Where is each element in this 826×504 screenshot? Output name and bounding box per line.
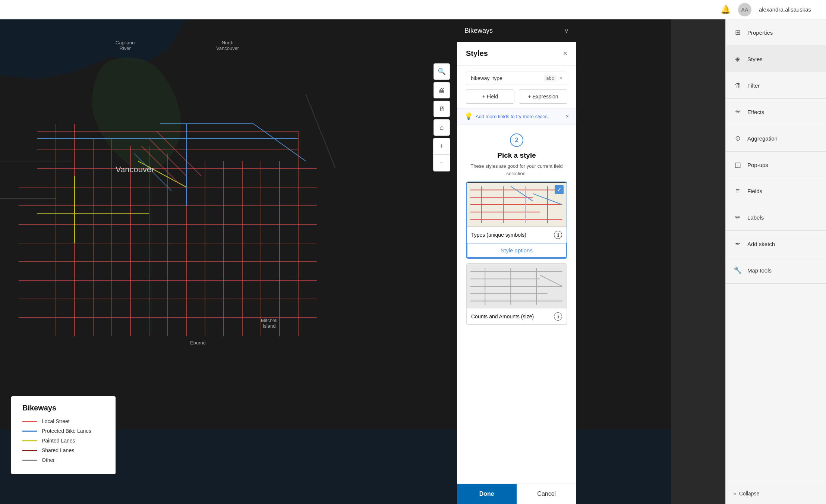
step-number: 2 [510, 133, 523, 147]
bikeways-panel[interactable]: Bikeways ∨ [457, 19, 576, 42]
selected-checkmark: ✓ [555, 185, 564, 194]
style-card-counts[interactable]: Counts and Amounts (size) ℹ [466, 263, 567, 325]
fields-icon: ≡ [733, 187, 742, 195]
styles-footer: Done Cancel [457, 483, 576, 504]
zoom-controls: + − [433, 138, 450, 171]
style-card-title-types: Types (unique symbols) [471, 232, 526, 238]
home-tool-button[interactable]: ⌂ [434, 119, 450, 136]
field-type-badge: abc [544, 75, 557, 82]
chevron-down-icon: ∨ [564, 27, 569, 34]
legend-item-shared: Shared Lanes [22, 447, 104, 453]
sidebar-label-styles: Styles [747, 56, 763, 62]
collapse-label: Collapse [739, 491, 759, 497]
legend-line-local [22, 421, 37, 422]
sidebar-item-aggregation[interactable]: ⊙ Aggregation [726, 125, 826, 152]
sidebar-label-aggregation: Aggregation [747, 135, 778, 142]
legend: Bikeways Local Street Protected Bike Lan… [11, 396, 116, 474]
sidebar-label-add-sketch: Add sketch [747, 241, 775, 247]
collapse-icon: » [733, 491, 736, 497]
legend-label-other: Other [42, 457, 55, 463]
pick-style-description: These styles are good for your current f… [466, 163, 567, 177]
tip-text: Add more fields to try more styles. [476, 114, 566, 119]
field-name: bikeway_type [471, 75, 541, 81]
style-card-map-counts [467, 264, 567, 309]
user-area: 🔔 AA alexandra.alisauskas [721, 3, 811, 16]
zoom-in-button[interactable]: + [434, 138, 450, 155]
map-tools-icon: 🔧 [733, 266, 742, 274]
legend-item-protected: Protected Bike Lanes [22, 428, 104, 434]
cancel-button[interactable]: Cancel [517, 484, 577, 504]
sidebar-item-popups[interactable]: ◫ Pop-ups [726, 152, 826, 178]
bell-icon[interactable]: 🔔 [721, 5, 731, 15]
avatar: AA [738, 3, 751, 16]
styles-header: Styles × [457, 42, 576, 66]
sidebar-item-map-tools[interactable]: 🔧 Map tools [726, 257, 826, 284]
sidebar-label-fields: Fields [747, 188, 762, 194]
sidebar-label-properties: Properties [747, 29, 773, 36]
style-card-footer-types: Types (unique symbols) ℹ [467, 227, 567, 243]
styles-panel: Styles × bikeway_type abc × + Field + Ex… [457, 42, 576, 504]
search-tool-button[interactable]: 🔍 [434, 63, 450, 80]
legend-line-painted [22, 440, 37, 441]
legend-line-protected [22, 431, 37, 432]
add-field-button[interactable]: + Field [466, 89, 514, 104]
legend-item-painted: Painted Lanes [22, 438, 104, 444]
style-options-button[interactable]: Style options [467, 243, 567, 258]
info-button-types[interactable]: ℹ [554, 231, 562, 239]
sidebar-label-popups: Pop-ups [747, 162, 768, 168]
sidebar-label-effects: Effects [747, 109, 764, 115]
sidebar-item-filter[interactable]: ⚗ Filter [726, 72, 826, 99]
legend-line-other [22, 460, 37, 461]
sidebar-item-fields[interactable]: ≡ Fields [726, 178, 826, 204]
sidebar-item-properties[interactable]: ⊞ Properties [726, 19, 826, 46]
style-card-types[interactable]: ✓ Types (unique symbols) ℹ Style options [466, 182, 567, 259]
add-expression-button[interactable]: + Expression [519, 89, 567, 104]
print-tool-button[interactable]: 🖨 [434, 82, 450, 98]
styles-icon: ◈ [733, 55, 742, 63]
style-card-footer-counts: Counts and Amounts (size) ℹ [467, 309, 567, 324]
aggregation-icon: ⊙ [733, 134, 742, 142]
legend-item-other: Other [22, 457, 104, 463]
style-card-map-types: ✓ [467, 182, 567, 227]
legend-title: Bikeways [22, 404, 104, 412]
properties-icon: ⊞ [733, 28, 742, 37]
legend-item-local: Local Street [22, 418, 104, 424]
header: 🔔 AA alexandra.alisauskas [0, 0, 826, 19]
field-remove-button[interactable]: × [559, 75, 562, 81]
map-tools-panel: 🔍 🖨 🖥 ⌂ + − [431, 41, 452, 171]
pick-style-section: 2 Pick a style These styles are good for… [457, 126, 576, 182]
add-sketch-icon: ✒ [733, 240, 742, 248]
tip-close-button[interactable]: × [566, 113, 569, 119]
done-button[interactable]: Done [457, 484, 517, 504]
right-sidebar: ⊞ Properties ◈ Styles ⚗ Filter ✳ Effects… [725, 19, 826, 504]
bikeways-title: Bikeways [464, 27, 493, 35]
sidebar-item-styles[interactable]: ◈ Styles [726, 46, 826, 72]
legend-label-protected: Protected Bike Lanes [42, 428, 91, 434]
field-chip: bikeway_type abc × [466, 72, 567, 85]
info-button-counts[interactable]: ℹ [554, 312, 562, 321]
tip-bar: 💡 Add more fields to try more styles. × [457, 108, 576, 125]
effects-icon: ✳ [733, 108, 742, 116]
legend-label-painted: Painted Lanes [42, 438, 75, 444]
sidebar-item-add-sketch[interactable]: ✒ Add sketch [726, 231, 826, 257]
sidebar-label-labels: Labels [747, 214, 764, 221]
style-card-title-counts: Counts and Amounts (size) [471, 314, 534, 319]
labels-icon: ✏ [733, 213, 742, 221]
add-buttons-group: + Field + Expression [457, 85, 576, 108]
username: alexandra.alisauskas [759, 6, 811, 13]
filter-icon: ⚗ [733, 81, 742, 89]
popups-icon: ◫ [733, 161, 742, 169]
sidebar-item-labels[interactable]: ✏ Labels [726, 204, 826, 231]
sidebar-item-effects[interactable]: ✳ Effects [726, 99, 826, 125]
legend-line-shared [22, 450, 37, 451]
tip-icon: 💡 [464, 112, 473, 120]
collapse-button[interactable]: » Collapse [726, 483, 826, 504]
sidebar-label-map-tools: Map tools [747, 267, 772, 274]
zoom-out-button[interactable]: − [434, 155, 450, 171]
pick-style-title: Pick a style [466, 151, 567, 160]
styles-title: Styles [466, 49, 488, 58]
legend-label-local: Local Street [42, 418, 70, 424]
close-styles-button[interactable]: × [563, 49, 567, 58]
monitor-tool-button[interactable]: 🖥 [434, 101, 450, 117]
style-cards-list: ✓ Types (unique symbols) ℹ Style options [457, 182, 576, 483]
